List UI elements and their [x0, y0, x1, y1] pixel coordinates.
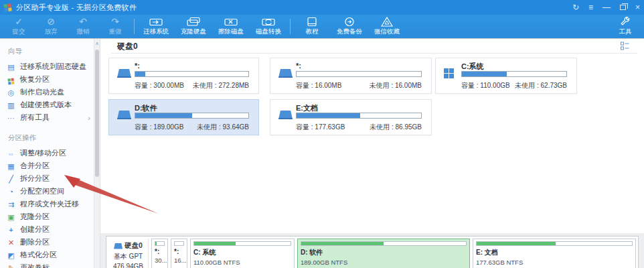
close-button[interactable]: × [635, 3, 640, 11]
usage-bar [135, 113, 249, 119]
sidebar-item-recover-partition[interactable]: 恢复分区 [7, 73, 100, 86]
disk-map-zone: 硬盘0 基本 GPT 476.94GB *: 30... *: 16... C:… [100, 233, 644, 268]
partition-assistant-window: 分区助手专业版 - 无损分区免费软件 ↻ ≡ — × ✓ 提交 ⊘ 放弃 ↶ 撤… [0, 0, 644, 268]
divider [111, 53, 637, 54]
disk-block-reserved1[interactable]: *: 30... [151, 239, 168, 268]
format-icon: ◩ [7, 251, 15, 259]
pinwheel-icon [7, 74, 15, 84]
sidebar-item-change-label[interactable]: ✎ 更改卷标 [7, 261, 100, 268]
disk-icon [114, 243, 123, 249]
windows-logo-icon [444, 68, 454, 78]
partition-card-reserved2[interactable]: *: 容量 : 16.00MB 未使用 : 16.00MB [270, 58, 432, 94]
sidebar-item-create-portable-version[interactable]: ▥ 创建便携式版本 [7, 98, 100, 111]
ellipsis-icon: ⋯ [7, 114, 15, 122]
disc-icon: ◎ [7, 88, 15, 96]
drive-icon [278, 111, 293, 119]
disk-size: 476.94GB [110, 263, 147, 268]
usage-bar [296, 113, 422, 119]
check-icon: ✓ [15, 17, 23, 27]
sidebar-item-create-partition[interactable]: + 创建分区 [7, 223, 100, 236]
scrollbar-thumb[interactable] [95, 50, 99, 177]
app-logo-icon [3, 3, 11, 11]
redo-button[interactable]: ↷ 重做 [99, 15, 131, 38]
partition-card-e[interactable]: E:文档 容量 : 177.63GB 未使用 : 86.95GB [270, 99, 432, 135]
disk-title: 硬盘0 [117, 41, 138, 52]
disk-block-d[interactable]: D: 软件 189.00GB NTFS [297, 239, 470, 268]
partition-card-reserved1[interactable]: *: 容量 : 300.00MB 未使用 : 272.28MB [108, 58, 259, 94]
split-knife-icon: ╱ [7, 175, 15, 183]
menu-icon[interactable]: ≡ [588, 3, 593, 11]
drive-convert-icon [261, 17, 276, 27]
discard-button[interactable]: ⊘ 放弃 [35, 15, 67, 38]
sidebar-scrollbar[interactable]: ∧ [94, 39, 100, 268]
title-bar: 分区助手专业版 - 无损分区免费软件 ↻ ≡ — × [0, 0, 644, 15]
minimize-button[interactable]: — [602, 3, 611, 11]
partition-card-c[interactable]: C:系统 容量 : 110.00GB 未使用 : 62.73GB [435, 58, 577, 94]
disk-block-e[interactable]: E: 文档 177.63GB NTFS [473, 239, 636, 268]
sidebar-item-app-folder-mover[interactable]: ⇉ 程序或文件夹迁移 [7, 198, 100, 210]
clock-pie-icon: ◔ [7, 188, 15, 196]
undo-icon: ↶ [79, 17, 87, 27]
sidebar-item-delete-partition[interactable]: ✕ 删除分区 [7, 236, 100, 249]
usage-bar [135, 71, 249, 77]
resize-arrows-icon: ⇔ [7, 149, 15, 157]
disk-convert-button[interactable]: 磁盘转换 [250, 15, 287, 38]
disk-row: 硬盘0 基本 GPT 476.94GB *: 30... *: 16... C:… [106, 236, 639, 268]
sidebar-item-make-bootable-cd[interactable]: ◎ 制作启动光盘 [7, 86, 100, 98]
view-toggle-icon[interactable] [621, 41, 629, 53]
book-icon [306, 17, 318, 27]
clone-icon: ▣ [7, 213, 15, 221]
disk-block-c[interactable]: C: 系统 110.00GB NTFS [190, 239, 295, 268]
clone-disk-button[interactable]: 克隆硬盘 [175, 15, 212, 38]
trash-icon: ✕ [7, 239, 15, 247]
commit-button[interactable]: ✓ 提交 [3, 15, 35, 38]
main-panel: 硬盘0 *: 容量 : 300.00MB 未使用 : 272.28MB *: 容… [100, 39, 644, 268]
plus-icon: + [7, 226, 15, 234]
sidebar-item-all-tools[interactable]: ⋯ 所有工具 › [7, 111, 100, 124]
merge-icon: ▦ [7, 162, 15, 170]
drive-icon [278, 69, 293, 78]
sidebar-item-clone-partition[interactable]: ▣ 克隆分区 [7, 210, 100, 223]
drive-icon [117, 111, 131, 119]
pencil-icon: ✎ [7, 264, 15, 268]
disk-type: 基本 GPT [110, 252, 147, 261]
migrate-system-button[interactable]: 迁移系统 [137, 15, 175, 38]
scroll-up-icon[interactable]: ∧ [94, 41, 100, 46]
redo-icon: ↷ [111, 17, 119, 27]
wipe-disk-button[interactable]: 擦除磁盘 [212, 15, 250, 38]
undo-button[interactable]: ↶ 撤销 [67, 15, 99, 38]
sidebar: 向导 ▤ 迁移系统到固态硬盘 恢复分区 ◎ 制作启动光盘 ▥ 创建便携式版本 ⋯… [0, 39, 100, 268]
sidebar-section-wizards: 向导 [8, 47, 100, 56]
disk-block-reserved2[interactable]: *: 16... [171, 239, 187, 268]
usage-bar [461, 71, 567, 77]
maximize-button[interactable] [620, 5, 626, 10]
drive-icon [117, 69, 131, 78]
monitor-icon: ▤ [7, 63, 15, 71]
move-arrows-icon: ⇉ [7, 200, 15, 208]
usage-bar [296, 71, 422, 77]
sidebar-item-format-partition[interactable]: ◩ 格式化分区 [7, 249, 100, 261]
drive-wipe-icon [224, 17, 238, 27]
drive-clone-icon [186, 17, 201, 27]
sidebar-item-allocate-free-space[interactable]: ◔ 分配空闲空间 [7, 185, 100, 198]
discard-icon: ⊘ [47, 17, 55, 27]
tutorial-button[interactable]: 教程 [293, 15, 331, 38]
disk-info[interactable]: 硬盘0 基本 GPT 476.94GB [108, 239, 149, 268]
portable-drive-icon: ▥ [7, 101, 15, 109]
sidebar-item-resize-move-partition[interactable]: ⇔ 调整/移动分区 [7, 147, 100, 159]
refresh-icon[interactable]: ↻ [572, 3, 579, 11]
free-backup-button[interactable]: 免费备份 [331, 15, 368, 38]
tools-button[interactable]: 工具 [609, 15, 641, 38]
drive-arrow-icon [149, 17, 163, 27]
aomei-triangle-icon [381, 17, 393, 27]
sidebar-section-partition-ops: 分区操作 [8, 133, 100, 143]
window-title: 分区助手专业版 - 无损分区免费软件 [16, 3, 137, 13]
chevron-right-icon: › [88, 114, 90, 122]
sidebar-item-migrate-to-ssd[interactable]: ▤ 迁移系统到固态硬盘 [7, 60, 100, 73]
toolbar: ✓ 提交 ⊘ 放弃 ↶ 撤销 ↷ 重做 迁移系统 克隆硬盘 擦除磁盘 [0, 15, 644, 39]
sidebar-item-merge-partitions[interactable]: ▦ 合并分区 [7, 159, 100, 172]
sidebar-item-split-partition[interactable]: ╱ 拆分分区 [7, 172, 100, 185]
partition-card-d[interactable]: D:软件 容量 : 189.00GB 未使用 : 93.64GB [108, 99, 259, 135]
wechat-follow-button[interactable]: 微信收藏 [368, 15, 406, 38]
wrench-icon [620, 17, 631, 27]
